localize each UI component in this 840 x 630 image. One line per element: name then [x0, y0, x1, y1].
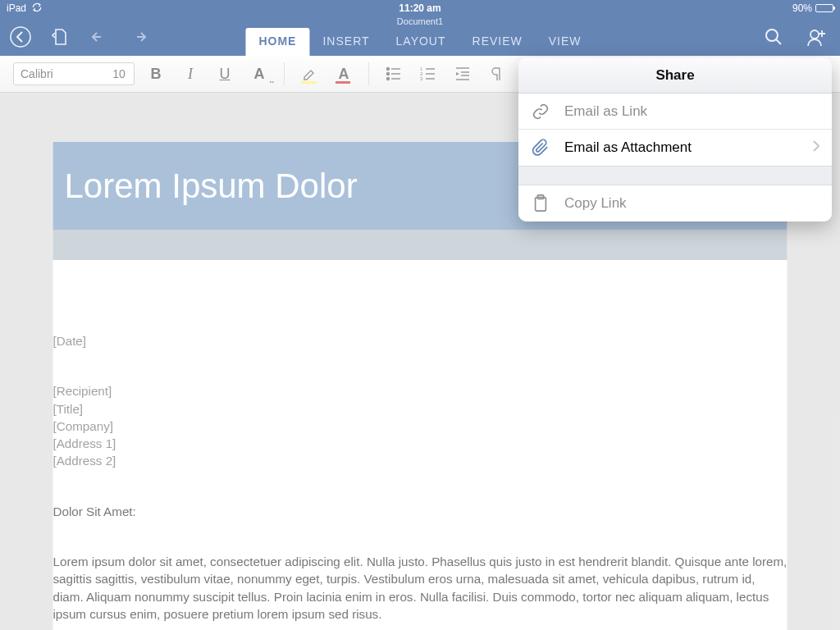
search-button[interactable] [761, 25, 786, 49]
separator [284, 62, 285, 85]
tab-insert[interactable]: INSERT [309, 28, 382, 56]
svg-point-2 [810, 30, 819, 39]
bold-button[interactable]: B [143, 62, 169, 86]
share-email-attachment[interactable]: Email as Attachment [518, 130, 832, 166]
field-address2[interactable]: [Address 2] [53, 452, 788, 469]
popover-title: Share [518, 57, 832, 94]
tab-view[interactable]: VIEW [536, 28, 595, 56]
back-button[interactable] [8, 25, 33, 49]
svg-point-1 [766, 30, 778, 41]
italic-button[interactable]: I [177, 62, 203, 86]
underline-button[interactable]: U [212, 62, 238, 86]
paragraph-button[interactable] [484, 62, 510, 86]
document-title: Document1 [397, 16, 443, 26]
link-icon [530, 103, 551, 121]
field-title[interactable]: [Title] [53, 400, 788, 418]
svg-point-3 [387, 68, 390, 71]
svg-point-0 [11, 27, 30, 47]
tab-review[interactable]: REVIEW [459, 28, 536, 56]
font-format-button[interactable]: A [246, 62, 272, 86]
document-subheading-bar [53, 230, 788, 260]
indent-button[interactable] [450, 62, 476, 86]
share-email-link-label: Email as Link [564, 103, 647, 120]
number-list-button[interactable]: 123 [415, 62, 441, 86]
undo-button[interactable] [87, 25, 112, 49]
body-paragraph[interactable]: Lorem ipsum dolor sit amet, consectetuer… [53, 553, 788, 623]
font-selector[interactable] [13, 62, 135, 85]
share-copy-link-label: Copy Link [564, 195, 627, 212]
field-company[interactable]: [Company] [53, 418, 788, 435]
attachment-icon [530, 139, 551, 157]
salutation[interactable]: Dolor Sit Amet: [53, 503, 788, 520]
field-recipient[interactable]: [Recipient] [53, 382, 788, 399]
tab-home[interactable]: HOME [245, 28, 309, 56]
sync-icon [31, 2, 43, 15]
share-popover: Share Email as Link Email as Attachment … [518, 57, 832, 221]
font-color-button[interactable]: A [331, 62, 357, 86]
highlight-button[interactable] [296, 62, 322, 86]
battery-indicator: 90% [792, 2, 833, 14]
svg-text:3: 3 [420, 76, 423, 81]
share-email-link: Email as Link [518, 94, 832, 130]
tab-layout[interactable]: LAYOUT [383, 28, 459, 56]
ribbon-tabs: HOME INSERT LAYOUT REVIEW VIEW [245, 28, 594, 56]
share-copy-link: Copy Link [518, 185, 832, 221]
svg-point-4 [387, 73, 390, 75]
status-bar: iPad 11:20 am 90% [0, 0, 840, 16]
title-bar: Document1 HOME INSERT LAYOUT REVIEW VIEW [0, 16, 840, 56]
font-size-input[interactable] [104, 63, 134, 84]
chevron-right-icon [812, 139, 820, 157]
clipboard-icon [530, 194, 551, 212]
share-button[interactable] [804, 25, 829, 49]
bullet-list-button[interactable] [381, 62, 407, 86]
share-email-attachment-label: Email as Attachment [564, 139, 692, 156]
svg-point-5 [387, 78, 390, 80]
file-button[interactable] [48, 25, 72, 49]
device-label: iPad [7, 2, 26, 14]
clock: 11:20 am [399, 2, 441, 14]
popover-separator [518, 166, 832, 185]
redo-button[interactable] [126, 25, 151, 49]
font-name-input[interactable] [14, 63, 104, 84]
field-address1[interactable]: [Address 1] [53, 435, 788, 452]
field-date[interactable]: [Date] [53, 332, 788, 349]
separator [368, 62, 369, 85]
